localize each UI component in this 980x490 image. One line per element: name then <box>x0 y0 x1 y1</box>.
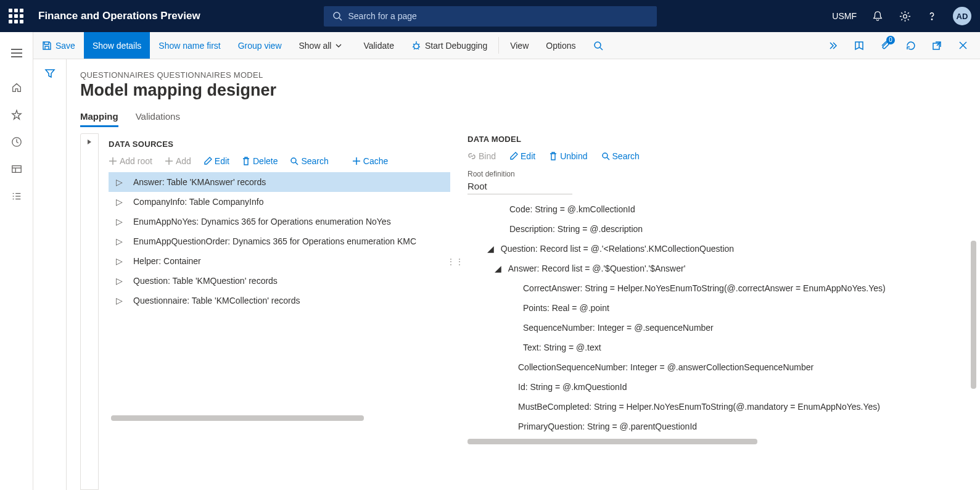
tree-item[interactable]: ▷EnumAppQuestionOrder: Dynamics 365 for … <box>109 231 450 251</box>
help-icon[interactable] <box>926 10 938 22</box>
tree-item[interactable]: ▷Answer: Table 'KMAnswer' records <box>109 172 450 192</box>
app-title: Finance and Operations Preview <box>38 10 200 22</box>
ds-delete-button[interactable]: Delete <box>242 156 278 166</box>
dm-row[interactable]: MustBeCompleted: String = Helper.NoYesEn… <box>467 397 966 417</box>
datamodel-pane: DATA MODEL Bind Edit Unbind Search Root … <box>463 133 966 490</box>
chevron-right-icon: ▷ <box>116 217 125 226</box>
attachments-button[interactable]: 0 <box>873 32 897 59</box>
svg-line-19 <box>600 48 603 50</box>
dm-row[interactable]: SequenceNumber: Integer = @.sequenceNumb… <box>467 318 966 338</box>
dm-row[interactable]: Points: Real = @.point <box>467 298 966 318</box>
tree-item[interactable]: ▷Question: Table 'KMQuestion' records <box>109 271 450 291</box>
chevron-right-icon: ▷ <box>116 256 125 266</box>
svg-point-3 <box>931 19 932 20</box>
save-button[interactable]: Save <box>33 32 84 59</box>
attachments-badge: 0 <box>886 36 895 44</box>
dm-row[interactable]: Code: String = @.kmCollectionId <box>467 199 966 219</box>
view-button[interactable]: View <box>501 32 537 59</box>
dm-row[interactable]: Text: String = @.text <box>467 338 966 357</box>
page-title: Model mapping designer <box>80 81 966 100</box>
datasources-toolbar: Add root Add Edit Delete Search Cache <box>109 156 450 166</box>
validate-button[interactable]: Validate <box>355 32 403 59</box>
ds-edit-button[interactable]: Edit <box>204 156 229 166</box>
user-avatar[interactable]: AD <box>953 7 971 25</box>
chevron-right-icon: ▷ <box>116 276 125 286</box>
chevron-down-icon <box>335 42 342 49</box>
tree-item[interactable]: ▷CompanyInfo: Table CompanyInfo <box>109 192 450 212</box>
bind-button[interactable]: Bind <box>467 151 496 161</box>
app-launcher-icon[interactable] <box>9 9 23 23</box>
vertical-scrollbar[interactable] <box>971 241 976 389</box>
tab-strip: Mapping Validations <box>80 111 966 127</box>
start-debugging-button[interactable]: Start Debugging <box>403 32 496 59</box>
cmd-icon-2[interactable] <box>847 32 871 59</box>
datamodel-tree: Code: String = @.kmCollectionId Descript… <box>467 199 966 436</box>
chevron-right-icon: ▷ <box>116 177 125 187</box>
svg-point-2 <box>903 14 907 18</box>
dm-row[interactable]: ◢ Answer: Record list = @.'$Question'.'$… <box>467 259 966 278</box>
dm-row[interactable]: CorrectAnswer: String = Helper.NoYesEnum… <box>467 278 966 298</box>
workspaces-icon[interactable] <box>10 163 23 175</box>
add-button[interactable]: Add <box>165 156 191 166</box>
tab-validations[interactable]: Validations <box>136 111 180 127</box>
refresh-button[interactable] <box>899 32 923 59</box>
close-button[interactable] <box>950 32 975 59</box>
options-button[interactable]: Options <box>537 32 584 59</box>
horizontal-scrollbar[interactable] <box>111 415 364 421</box>
dm-row[interactable]: CollectionSequenceNumber: Integer = @.an… <box>467 357 966 377</box>
favorites-icon[interactable] <box>10 109 23 121</box>
collapse-strip[interactable] <box>80 133 99 490</box>
horizontal-scrollbar[interactable] <box>467 439 757 444</box>
show-name-first-button[interactable]: Show name first <box>150 32 229 59</box>
home-icon[interactable] <box>10 81 23 94</box>
company-label[interactable]: USMF <box>832 11 857 21</box>
modules-icon[interactable] <box>10 190 23 202</box>
command-bar: Save Show details Show name first Group … <box>0 32 980 59</box>
settings-icon[interactable] <box>899 10 911 22</box>
left-rail <box>0 32 33 490</box>
cmd-icon-1[interactable] <box>821 32 846 59</box>
svg-point-31 <box>603 153 607 158</box>
debug-icon <box>411 41 421 51</box>
dm-edit-button[interactable]: Edit <box>509 151 535 161</box>
svg-rect-8 <box>12 166 20 173</box>
dm-row[interactable]: Description: String = @.description <box>467 219 966 239</box>
search-placeholder: Search for a page <box>348 11 417 21</box>
chevron-down-icon[interactable]: ◢ <box>492 259 503 278</box>
dm-row[interactable]: PrimaryQuestion: String = @.parentQuesti… <box>467 417 966 436</box>
top-bar: Finance and Operations Preview Search fo… <box>0 0 980 32</box>
svg-line-1 <box>339 18 342 20</box>
svg-line-28 <box>295 162 298 165</box>
svg-point-18 <box>595 42 601 48</box>
root-definition-value[interactable]: Root <box>467 178 572 194</box>
notification-icon[interactable] <box>871 10 884 22</box>
show-all-dropdown[interactable]: Show all <box>290 32 355 59</box>
dm-row[interactable]: ◢ Question: Record list = @.'<Relations'… <box>467 239 966 259</box>
global-search-box[interactable]: Search for a page <box>324 6 657 27</box>
filter-strip <box>33 59 67 490</box>
cmd-search-button[interactable] <box>585 32 616 59</box>
chevron-right-icon: ▷ <box>116 236 125 246</box>
hamburger-icon[interactable] <box>10 39 23 67</box>
ds-search-button[interactable]: Search <box>290 156 328 166</box>
add-root-button[interactable]: Add root <box>109 156 152 166</box>
dm-row[interactable]: Id: String = @.kmQuestionId <box>467 377 966 397</box>
show-details-button[interactable]: Show details <box>84 32 150 59</box>
chevron-down-icon[interactable]: ◢ <box>485 239 496 259</box>
tree-item[interactable]: ▷EnumAppNoYes: Dynamics 365 for Operatio… <box>109 212 450 231</box>
breadcrumb: QUESTIONNAIRES QUESTIONNAIRES MODEL <box>80 70 966 80</box>
splitter[interactable]: ⋮⋮ <box>447 257 464 267</box>
popout-button[interactable] <box>924 32 949 59</box>
tab-mapping[interactable]: Mapping <box>80 111 118 127</box>
recent-icon[interactable] <box>10 136 23 148</box>
unbind-button[interactable]: Unbind <box>549 151 587 161</box>
dm-search-button[interactable]: Search <box>601 151 640 161</box>
root-definition-label: Root definition <box>467 170 966 178</box>
group-view-button[interactable]: Group view <box>229 32 290 59</box>
tree-item[interactable]: ▷Questionnaire: Table 'KMCollection' rec… <box>109 291 450 310</box>
chevron-right-icon <box>86 139 93 145</box>
filter-icon[interactable] <box>44 68 56 79</box>
cache-button[interactable]: Cache <box>352 156 388 166</box>
tree-item[interactable]: ▷Helper: Container <box>109 251 450 271</box>
search-icon <box>332 11 342 21</box>
